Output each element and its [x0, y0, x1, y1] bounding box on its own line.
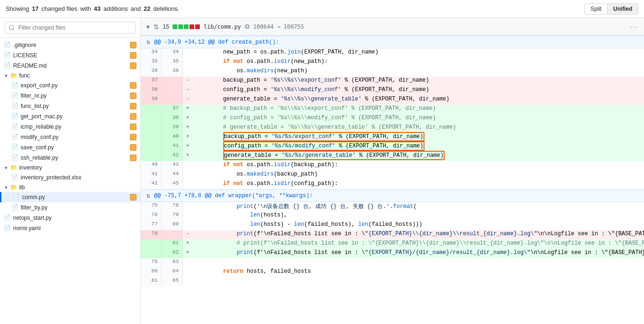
line-num-new: 83 [162, 258, 183, 268]
diff-filename: lib/comm.py [204, 23, 241, 30]
line-sign [183, 170, 192, 180]
diff-line-add: 40 + backup_path = '%s/%s/export_conf' %… [141, 133, 644, 142]
change-badge [130, 123, 136, 130]
copy-icon[interactable]: ⧉ [245, 23, 250, 31]
changed-label: changed files [41, 5, 77, 12]
unified-button[interactable]: Unified [607, 3, 638, 15]
sidebar-item-modify-conf[interactable]: 📄 modify_conf.py [0, 132, 140, 142]
line-sign [183, 277, 192, 286]
line-sign: + [183, 249, 192, 258]
line-sign [183, 161, 192, 170]
sidebar-item-filter-nr[interactable]: 📄 filter_nr.py [0, 91, 140, 101]
sidebar-item-nornir-yaml[interactable]: 📄 nornir.yaml [0, 223, 140, 233]
line-num-new: 45 [162, 180, 183, 189]
diff-line-add: 37 + # backup_path = '%s\\%s\\export_con… [141, 105, 644, 114]
file-icon: 📄 [11, 174, 19, 181]
main-content: 📄 .gitignore 📄 LICENSE 📄 README.md ▼ 📁 [0, 18, 644, 324]
deletions-label: deletions. [153, 5, 180, 12]
sidebar-item-icmp-reliable[interactable]: 📄 icmp_reliable.py [0, 122, 140, 132]
hunk-text-1: @@ -34,9 +34,12 @@ def create_path(): [154, 39, 279, 46]
deletions-count: 22 [144, 5, 150, 12]
diff-line: 75 78 print('\n设备总数 {} 台, 成功 {} 台, 失败 {}… [141, 202, 644, 211]
sidebar-item-label: inventory [19, 164, 136, 171]
line-num-old [141, 249, 162, 258]
line-num-new: 36 [162, 67, 183, 77]
file-icon: 📄 [11, 113, 19, 120]
file-tree-sidebar: 📄 .gitignore 📄 LICENSE 📄 README.md ▼ 📁 [0, 18, 141, 324]
more-options-button[interactable]: ··· [630, 23, 638, 31]
line-num-old: 35 [141, 58, 162, 67]
line-num-old: 77 [141, 221, 162, 230]
line-code: config_path = '%s\\%s\\modify_conf' % (E… [192, 86, 644, 95]
sidebar-item-readme[interactable]: 📄 README.md [0, 61, 140, 71]
sidebar-item-netops-start[interactable]: 📄 netops_start.py [0, 213, 140, 223]
hunk-text-2: @@ -75,7 +78,8 @@ def wrapper(*args, **k… [154, 193, 312, 199]
change-badge [130, 62, 136, 69]
line-num-old: 81 [141, 277, 162, 286]
sidebar-item-label: export_conf.py [21, 82, 128, 89]
line-sign [183, 67, 192, 77]
diff-line-add: 41 + config_path = '%s/%s/modify_conf' %… [141, 142, 644, 152]
file-icon: 📄 [4, 41, 11, 49]
changed-count: 17 [32, 5, 38, 12]
line-code: len(hosts) - len(failed_hosts), len(fail… [192, 221, 644, 230]
line-sign [183, 48, 192, 58]
line-code: backup_path = '%s\\%s\\export_conf' % (E… [192, 77, 644, 86]
split-button[interactable]: Split [584, 3, 607, 15]
expand-hunk-2-icon[interactable]: ⇅ [146, 192, 150, 200]
line-num-new: 84 [162, 268, 183, 277]
file-icon: 📄 [11, 102, 19, 110]
sidebar-item-func-list[interactable]: 📄 func_list.py [0, 101, 140, 111]
summary-text: Showing 17 changed files with 43 additio… [6, 5, 179, 12]
sidebar-item-label: inventory_protected.xlsx [21, 174, 136, 181]
line-sign [183, 58, 192, 67]
sidebar-item-label: README.md [13, 62, 128, 69]
line-sign: - [183, 77, 192, 86]
sidebar-item-ssh-reliable[interactable]: 📄 ssh_reliable.py [0, 153, 140, 163]
sidebar-item-label: lib [19, 184, 136, 191]
line-num-new: 42 [162, 152, 183, 161]
line-num-new: 44 [162, 170, 183, 180]
line-code: backup_path = '%s/%s/export_conf' % (EXP… [192, 133, 644, 142]
diff-line: 36 36 os.makedirs(new_path) [141, 67, 644, 77]
line-num-new: 79 [162, 211, 183, 221]
search-input[interactable] [5, 22, 136, 34]
sidebar-item-filter-by[interactable]: 📄 filter_by.py [0, 202, 140, 213]
sidebar-item-func[interactable]: ▼ 📁 func [0, 71, 140, 80]
sidebar-item-gitignore[interactable]: 📄 .gitignore [0, 40, 140, 50]
line-code: generate_table = '%s\\%s\\generate_table… [192, 95, 644, 105]
line-sign: + [183, 142, 192, 152]
sidebar-item-inventory-protected[interactable]: 📄 inventory_protected.xlsx [0, 172, 140, 183]
line-num-new: 81 [162, 239, 183, 249]
diff-line: 76 79 len(hosts), [141, 211, 644, 221]
line-sign: + [183, 105, 192, 114]
line-num-old: 75 [141, 202, 162, 211]
line-code: config_path = '%s/%s/modify_conf' % (EXP… [192, 142, 644, 152]
diff-content[interactable]: ⇅ @@ -34,9 +34,12 @@ def create_path(): … [141, 36, 644, 324]
sidebar-item-inventory[interactable]: ▼ 📁 inventory [0, 163, 140, 172]
change-badge [130, 144, 136, 151]
hunk-header-2: ⇅ @@ -75,7 +78,8 @@ def wrapper(*args, *… [141, 189, 644, 202]
sidebar-item-get-port-mac[interactable]: 📄 get_port_mac.py [0, 111, 140, 122]
sidebar-item-export-conf[interactable]: 📄 export_conf.py [0, 80, 140, 91]
file-icon: 📄 [4, 62, 11, 69]
line-sign [183, 202, 192, 211]
line-num-new: 80 [162, 221, 183, 230]
line-num-new: 35 [162, 58, 183, 67]
diff-line-del: 39 - generate_table = '%s\\%s\\generate_… [141, 95, 644, 105]
sidebar-item-lib[interactable]: ▼ 📁 lib [0, 183, 140, 192]
change-badge [130, 134, 136, 140]
sidebar-item-comm-py[interactable]: 📄 comm.py [0, 192, 140, 202]
expand-hunk-icon[interactable]: ⇅ [146, 38, 150, 46]
diff-file-header: ▾ ⇅ 15 lib/comm.py ⧉ 100644 → 100755 ··· [141, 18, 644, 36]
sidebar-item-license[interactable]: 📄 LICENSE [0, 50, 140, 61]
change-badge [130, 82, 136, 89]
diff-block-add [173, 24, 177, 29]
line-num-old: 38 [141, 86, 162, 95]
additions-count: 43 [94, 5, 100, 12]
line-code: # generate_table = '%s\\%s\\generate_tab… [192, 123, 644, 133]
line-sign: - [183, 95, 192, 105]
collapse-icon[interactable]: ▾ [146, 23, 150, 31]
line-num-old: 42 [141, 180, 162, 189]
sidebar-item-save-conf[interactable]: 📄 save_conf.py [0, 142, 140, 153]
